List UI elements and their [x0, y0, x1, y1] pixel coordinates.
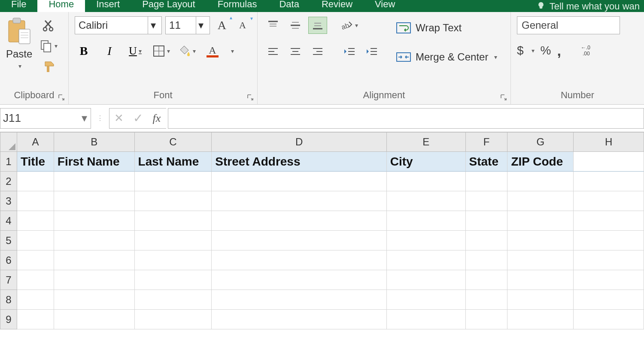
cancel-formula-button[interactable]: ✕: [109, 108, 128, 129]
row-header-5[interactable]: 5: [0, 231, 17, 250]
tab-view[interactable]: View: [364, 0, 406, 12]
cell-H3[interactable]: [574, 191, 644, 211]
accounting-dropdown[interactable]: ▾: [532, 47, 535, 54]
cell-D9[interactable]: [212, 310, 386, 329]
select-all-corner[interactable]: [0, 132, 17, 152]
align-right-button[interactable]: [308, 43, 327, 60]
cell-G7[interactable]: [507, 270, 574, 290]
cell-E5[interactable]: [387, 231, 466, 250]
copy-dropdown[interactable]: ▾: [55, 42, 58, 49]
cell-D2[interactable]: [212, 172, 386, 191]
cell-A8[interactable]: [17, 290, 54, 310]
cell-F7[interactable]: [466, 270, 508, 290]
row-header-9[interactable]: 9: [0, 310, 17, 329]
merge-dropdown[interactable]: ▾: [494, 54, 497, 60]
tab-page-layout[interactable]: Page Layout: [131, 0, 207, 12]
cell-C6[interactable]: [135, 250, 212, 270]
col-header-B[interactable]: B: [54, 132, 135, 152]
cell-A3[interactable]: [17, 191, 54, 211]
align-top-button[interactable]: [264, 17, 283, 34]
cell-H8[interactable]: [574, 290, 644, 310]
tab-home[interactable]: Home: [37, 0, 85, 12]
tab-data[interactable]: Data: [268, 0, 310, 12]
percent-format-button[interactable]: %: [541, 44, 551, 57]
orientation-button[interactable]: ab▾: [340, 16, 358, 34]
italic-button[interactable]: I: [100, 42, 118, 60]
increase-decimal-button[interactable]: ←.0.00: [581, 44, 595, 57]
clipboard-dialog-launcher[interactable]: [57, 93, 66, 102]
cell-B2[interactable]: [54, 172, 135, 191]
cell-F5[interactable]: [466, 231, 508, 250]
cell-E2[interactable]: [387, 172, 466, 191]
paste-icon[interactable]: [7, 17, 32, 45]
decrease-indent-button[interactable]: [340, 43, 359, 60]
cell-D1[interactable]: Street Address: [212, 152, 386, 172]
cell-B1[interactable]: First Name: [54, 152, 135, 172]
cell-F6[interactable]: [466, 250, 508, 270]
cell-B7[interactable]: [54, 270, 135, 290]
comma-format-button[interactable]: ,: [557, 47, 561, 54]
align-center-button[interactable]: [286, 43, 305, 60]
format-painter-icon[interactable]: [43, 60, 55, 74]
cell-E3[interactable]: [387, 191, 466, 211]
col-header-A[interactable]: A: [17, 132, 54, 152]
enter-formula-button[interactable]: ✓: [128, 108, 147, 129]
cell-G1[interactable]: ZIP Code: [507, 152, 574, 172]
cell-D8[interactable]: [212, 290, 386, 310]
cell-A7[interactable]: [17, 270, 54, 290]
cell-H2[interactable]: [574, 172, 644, 191]
cell-A4[interactable]: [17, 211, 54, 231]
cell-G6[interactable]: [507, 250, 574, 270]
underline-dropdown[interactable]: ▾: [139, 48, 142, 55]
cell-A5[interactable]: [17, 231, 54, 250]
cell-C9[interactable]: [135, 310, 212, 329]
cell-D7[interactable]: [212, 270, 386, 290]
cell-F8[interactable]: [466, 290, 508, 310]
cell-E6[interactable]: [387, 250, 466, 270]
cell-G9[interactable]: [507, 310, 574, 329]
alignment-dialog-launcher[interactable]: [499, 93, 508, 102]
row-header-4[interactable]: 4: [0, 211, 17, 231]
cell-H7[interactable]: [574, 270, 644, 290]
cell-C2[interactable]: [135, 172, 212, 191]
cell-B8[interactable]: [54, 290, 135, 310]
row-header-6[interactable]: 6: [0, 250, 17, 270]
tab-review[interactable]: Review: [310, 0, 364, 12]
cell-E9[interactable]: [387, 310, 466, 329]
align-bottom-button[interactable]: [308, 17, 327, 34]
font-dialog-launcher[interactable]: [246, 93, 255, 102]
cell-G5[interactable]: [507, 231, 574, 250]
tab-formulas[interactable]: Formulas: [207, 0, 268, 12]
tell-me-input[interactable]: Tell me what you wan: [550, 1, 640, 12]
font-size-combo[interactable]: 11 ▾: [165, 16, 210, 34]
row-header-1[interactable]: 1: [0, 152, 17, 172]
cell-E1[interactable]: City: [387, 152, 466, 172]
cell-C7[interactable]: [135, 270, 212, 290]
cell-H6[interactable]: [574, 250, 644, 270]
cell-B6[interactable]: [54, 250, 135, 270]
cell-G3[interactable]: [507, 191, 574, 211]
font-color-button[interactable]: A: [204, 42, 222, 60]
cell-C5[interactable]: [135, 231, 212, 250]
cell-E8[interactable]: [387, 290, 466, 310]
cell-F2[interactable]: [466, 172, 508, 191]
paste-dropdown[interactable]: ▾: [18, 63, 21, 69]
align-middle-button[interactable]: [286, 17, 305, 34]
align-left-button[interactable]: [264, 43, 283, 60]
tab-insert[interactable]: Insert: [85, 0, 131, 12]
cell-G8[interactable]: [507, 290, 574, 310]
col-header-D[interactable]: D: [212, 132, 386, 152]
cell-C4[interactable]: [135, 211, 212, 231]
number-format-combo[interactable]: General: [517, 16, 620, 34]
cell-H9[interactable]: [574, 310, 644, 329]
underline-button[interactable]: U▾: [126, 42, 144, 60]
accounting-format-button[interactable]: $: [517, 44, 524, 57]
borders-button[interactable]: ▾: [152, 42, 170, 60]
borders-dropdown[interactable]: ▾: [167, 48, 170, 54]
cell-B3[interactable]: [54, 191, 135, 211]
cell-G2[interactable]: [507, 172, 574, 191]
cell-C1[interactable]: Last Name: [135, 152, 212, 172]
insert-function-button[interactable]: fx: [147, 108, 166, 129]
cell-F4[interactable]: [466, 211, 508, 231]
cell-H5[interactable]: [574, 231, 644, 250]
